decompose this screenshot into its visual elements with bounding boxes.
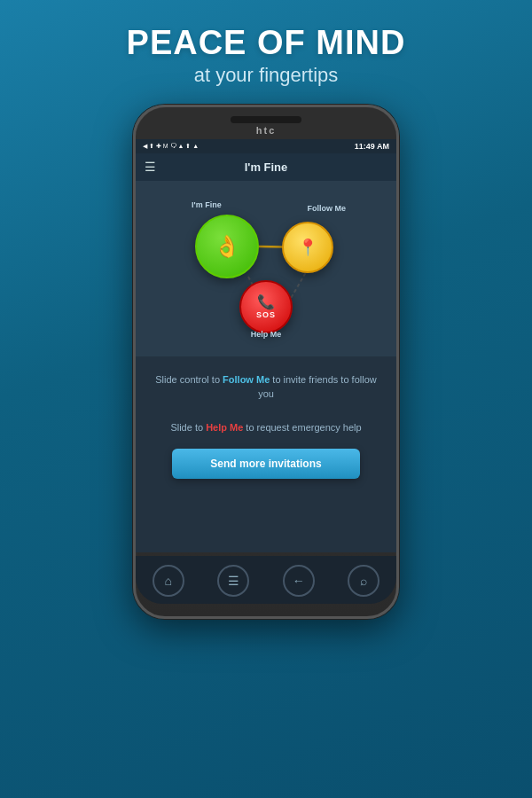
- highlight-follow-me: Follow Me: [223, 374, 270, 385]
- info-text-1b: to invite friends to follow you: [258, 374, 377, 400]
- header-title-line1: PEACE OF MIND: [127, 25, 406, 62]
- ok-hand-icon: 👌: [214, 234, 240, 259]
- sos-content: 📞 SOS: [256, 293, 276, 319]
- im-fine-button[interactable]: 👌: [195, 215, 259, 278]
- info-text-1a: Slide control to: [155, 374, 223, 385]
- search-icon: ⌕: [360, 574, 367, 588]
- back-nav-button[interactable]: ←: [283, 565, 315, 597]
- location-pin-icon: 📍: [298, 238, 317, 257]
- menu-nav-button[interactable]: ☰: [217, 565, 249, 597]
- phone-icon: 📞: [257, 293, 275, 310]
- sos-text: SOS: [256, 310, 276, 319]
- screen-content: I'm Fine Follow Me 👌 📍 📞 SOS: [136, 181, 396, 552]
- im-fine-label: I'm Fine: [192, 200, 222, 209]
- hamburger-menu-icon[interactable]: ☰: [145, 160, 156, 174]
- info-text-2b: to request emergency help: [243, 422, 361, 433]
- buttons-area: I'm Fine Follow Me 👌 📍 📞 SOS: [136, 181, 396, 356]
- menu-icon: ☰: [228, 574, 239, 588]
- home-nav-button[interactable]: ⌂: [153, 565, 184, 597]
- back-icon: ←: [293, 574, 305, 588]
- help-me-label: Help Me: [251, 330, 282, 339]
- app-bar-title: I'm Fine: [245, 160, 288, 174]
- header-title-line2: at your fingertips: [127, 64, 406, 87]
- header-section: PEACE OF MIND at your fingertips: [127, 0, 406, 96]
- follow-me-label: Follow Me: [308, 204, 347, 213]
- status-icon-signals: ◀ ⬆ ✚ M 🗨 ▲ ⬆ ▲: [143, 143, 199, 150]
- search-nav-button[interactable]: ⌕: [348, 565, 379, 597]
- home-icon: ⌂: [165, 574, 172, 588]
- triangle-container: I'm Fine Follow Me 👌 📍 📞 SOS: [177, 197, 355, 339]
- highlight-help-me: Help Me: [206, 422, 243, 433]
- info-area: Slide control to Follow Me to invite fri…: [136, 356, 396, 552]
- phone-top-bezel: htc: [136, 107, 396, 139]
- status-time: 11:49 AM: [355, 142, 389, 151]
- info-text-help: Slide to Help Me to request emergency he…: [170, 420, 361, 435]
- info-text-follow: Slide control to Follow Me to invite fri…: [155, 372, 377, 402]
- status-icons: ◀ ⬆ ✚ M 🗨 ▲ ⬆ ▲: [143, 143, 199, 150]
- status-bar: ◀ ⬆ ✚ M 🗨 ▲ ⬆ ▲ 11:49 AM: [136, 139, 396, 153]
- info-text-2a: Slide to: [170, 422, 206, 433]
- app-bar: ☰ I'm Fine: [136, 153, 396, 181]
- phone-brand: htc: [256, 125, 277, 136]
- follow-me-button[interactable]: 📍: [282, 222, 333, 273]
- help-me-button[interactable]: 📞 SOS: [239, 280, 293, 333]
- phone-wrapper: htc ◀ ⬆ ✚ M 🗨 ▲ ⬆ ▲ 11:49 AM ☰ I'm Fine: [133, 105, 399, 619]
- send-invitations-button[interactable]: Send more invitations: [172, 449, 361, 479]
- bottom-nav-bar: ⌂ ☰ ← ⌕: [136, 556, 396, 604]
- speaker-grille: [231, 116, 301, 123]
- phone-device: htc ◀ ⬆ ✚ M 🗨 ▲ ⬆ ▲ 11:49 AM ☰ I'm Fine: [133, 105, 399, 619]
